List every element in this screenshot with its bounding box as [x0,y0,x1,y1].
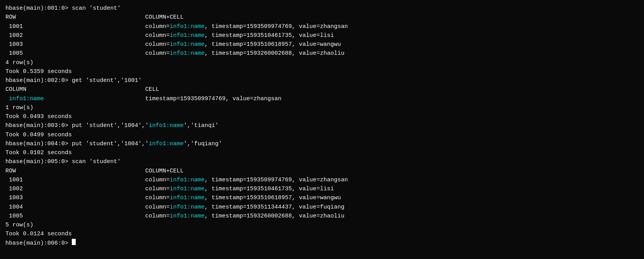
terminal-line: hbase(main):006:0> [5,239,639,248]
row-key: info1:name [5,94,145,103]
column-family: info1:name [170,50,205,57]
terminal-line: ROWCOLUMN+CELL [5,13,639,22]
cursor [72,239,76,245]
cell-value: column=info1:name, timestamp=15935099747… [145,22,348,31]
output-text: Took 0.0493 seconds [5,112,72,121]
cell-rest: , timestamp=1593510461735, value=lisi [205,32,334,39]
cell-rest: , timestamp=1593510461735, value=lisi [205,186,334,192]
command-prompt: hbase(main):006:0> [5,239,72,248]
column-family: info1:name [170,41,205,48]
command-prompt: hbase(main):001:0> [5,4,72,13]
cell-value: column=info1:name, timestamp=15932600026… [145,49,344,58]
terminal-line: 1001column=info1:name, timestamp=1593509… [5,22,639,31]
terminal-line: 1002column=info1:name, timestamp=1593510… [5,31,639,40]
terminal-line: hbase(main):005:0> scan 'student' [5,157,639,166]
terminal-line: Took 0.0124 seconds [5,229,639,238]
terminal-line: 1003column=info1:name, timestamp=1593510… [5,40,639,49]
output-text: Took 0.5359 seconds [5,67,72,76]
terminal-line: 1002column=info1:name, timestamp=1593510… [5,184,639,193]
output-text: 5 row(s) [5,221,33,229]
terminal-line: hbase(main):004:0> put 'student','1004',… [5,139,639,148]
column-family: info1:name [170,177,205,183]
output-text: Took 0.0499 seconds [5,130,72,139]
terminal-line: ROWCOLUMN+CELL [5,167,639,176]
cell-value: column=info1:name, timestamp=15935113444… [145,203,344,212]
terminal-line: 1 row(s) [5,103,639,112]
cell-rest: , timestamp=1593509974769, value=zhangsa… [205,23,348,30]
cyan-text: info1:name [149,122,184,129]
terminal-line: info1:nametimestamp=1593509974769, value… [5,94,639,103]
row-key: 1005 [5,212,145,221]
cell-value: column=info1:name, timestamp=15935106189… [145,193,341,202]
output-text: Took 0.0124 seconds [5,229,72,238]
column-header-2: CELL [145,85,159,94]
column-header-1: ROW [5,13,145,22]
terminal-line: Took 0.0493 seconds [5,112,639,121]
cell-rest: , timestamp=1593510618957, value=wangwu [205,195,341,201]
terminal-line: COLUMNCELL [5,85,639,94]
column-header-1: COLUMN [5,85,145,94]
command-prompt: hbase(main):005:0> [5,157,72,166]
terminal-line: hbase(main):001:0> scan 'student' [5,4,639,13]
terminal-line: hbase(main):003:0> put 'student','1004',… [5,121,639,130]
cell-value: column=info1:name, timestamp=15935104617… [145,184,334,193]
cell-rest: , timestamp=1593260002688, value=zhaoliu [205,50,344,57]
cell-value: column=info1:name, timestamp=15932600026… [145,212,344,221]
row-key: 1001 [5,22,145,31]
column-header-1: ROW [5,167,145,176]
column-family: info1:name [170,195,205,201]
command-prompt: hbase(main):003:0> [5,121,72,130]
output-text: Took 0.0102 seconds [5,148,72,157]
cell-rest: , timestamp=1593510618957, value=wangwu [205,41,341,48]
terminal-line: 1001column=info1:name, timestamp=1593509… [5,176,639,184]
column-header-2: COLUMN+CELL [145,13,184,22]
cell-value: column=info1:name, timestamp=15935099747… [145,176,348,184]
cell-rest: , timestamp=1593260002688, value=zhaoliu [205,213,344,219]
cell-value: column=info1:name, timestamp=15935106189… [145,40,341,49]
row-key: 1003 [5,193,145,202]
terminal-line: 4 row(s) [5,58,639,67]
terminal-line: hbase(main):002:0> get 'student','1001' [5,76,639,85]
terminal-line: 5 row(s) [5,221,639,229]
command-prompt: hbase(main):002:0> [5,76,72,85]
column-family: info1:name [170,32,205,39]
terminal-line: Took 0.5359 seconds [5,67,639,76]
column-family: info1:name [170,213,205,219]
terminal-line: 1003column=info1:name, timestamp=1593510… [5,193,639,202]
row-key: 1001 [5,176,145,184]
command-text: put 'student','1004','info1:name','tianq… [72,121,219,130]
terminal-line: Took 0.0102 seconds [5,148,639,157]
command-text: scan 'student' [72,157,121,166]
cell-value: column=info1:name, timestamp=15935104617… [145,31,334,40]
command-text: put 'student','1004','info1:name','fuqia… [72,139,222,148]
cell-rest: , timestamp=1593509974769, value=zhangsa… [205,177,348,183]
column-header-2: COLUMN+CELL [145,167,184,176]
cell-value: timestamp=1593509974769, value=zhangsan [145,94,281,103]
row-key: 1005 [5,49,145,58]
row-key: 1003 [5,40,145,49]
terminal: hbase(main):001:0> scan 'student'ROWCOLU… [5,4,639,248]
column-family: info1:name [170,23,205,30]
cell-rest: , timestamp=1593511344437, value=fuqiang [205,204,344,210]
command-text: get 'student','1001' [72,76,142,85]
output-text: 4 row(s) [5,58,33,67]
column-family: info1:name [170,186,205,192]
terminal-line: Took 0.0499 seconds [5,130,639,139]
cyan-text: info1:name [149,141,184,147]
terminal-line: 1005column=info1:name, timestamp=1593260… [5,212,639,221]
output-text: 1 row(s) [5,103,33,112]
row-key: 1002 [5,184,145,193]
command-prompt: hbase(main):004:0> [5,139,72,148]
row-key: 1002 [5,31,145,40]
terminal-line: 1005column=info1:name, timestamp=1593260… [5,49,639,58]
column-family: info1:name [170,204,205,210]
command-text: scan 'student' [72,4,121,13]
terminal-line: 1004column=info1:name, timestamp=1593511… [5,203,639,212]
row-key: 1004 [5,203,145,212]
